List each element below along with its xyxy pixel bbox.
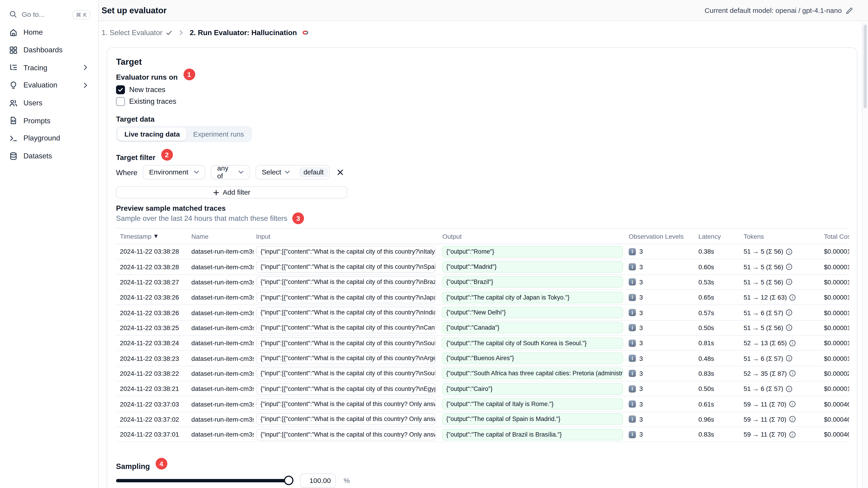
default-model-note[interactable]: Current default model: openai / gpt-4.1-… xyxy=(705,7,853,14)
vertical-scrollbar[interactable] xyxy=(862,22,868,488)
cell-output[interactable]: {"output":"The capital of Spain is Madri… xyxy=(442,413,623,425)
cell-output[interactable]: {"output":"Madrid"} xyxy=(442,261,623,273)
cell-tokens: 59 → 11 (Σ 70)i xyxy=(740,401,822,408)
cell-output[interactable]: {"output":"Cairo"} xyxy=(442,383,623,395)
info-icon: i xyxy=(786,264,792,270)
table-row[interactable]: 2024-11-22 03:38:28dataset-run-item-cm3s… xyxy=(116,244,849,259)
sidebar-item-prompts[interactable]: Prompts xyxy=(0,112,98,129)
info-icon: i xyxy=(789,401,795,407)
table-row[interactable]: 2024-11-22 03:38:27dataset-run-item-cm3s… xyxy=(116,275,849,290)
tab-live-tracing-data[interactable]: Live tracing data xyxy=(118,128,187,140)
cell-latency: 0.83s xyxy=(695,431,740,438)
tab-experiment-runs[interactable]: Experiment runs xyxy=(186,128,250,140)
remove-filter-icon[interactable] xyxy=(337,168,344,176)
table-row[interactable]: 2024-11-22 03:38:24dataset-run-item-cm3s… xyxy=(116,336,849,351)
column-observation-levels[interactable]: Observation Levels xyxy=(625,233,695,239)
edit-pencil-icon[interactable] xyxy=(846,7,853,14)
cell-input[interactable]: {"input":[{"content":"What is the capita… xyxy=(256,383,436,395)
playground-icon xyxy=(9,134,18,143)
column-tokens[interactable]: Tokens xyxy=(740,233,822,239)
cell-output[interactable]: {"output":"Canada"} xyxy=(442,322,623,334)
checked-checkbox[interactable] xyxy=(116,86,125,94)
sidebar-item-playground[interactable]: Playground xyxy=(0,129,98,147)
cell-input[interactable]: {"input":[{"content":"What is the capita… xyxy=(256,307,436,318)
add-filter-button[interactable]: Add filter xyxy=(116,186,347,198)
column-input[interactable]: Input xyxy=(254,233,440,239)
target-data-tabs: Live tracing dataExperiment runs xyxy=(116,126,252,142)
cell-output[interactable]: {"output":"New Delhi"} xyxy=(442,307,623,318)
cell-input[interactable]: {"input":[{"content":"What is the capita… xyxy=(256,353,436,364)
filter-value-select[interactable]: Select default xyxy=(255,165,330,180)
traces-table: Timestamp ▼ Name Input Output Observatio… xyxy=(116,228,849,443)
sampling-slider-thumb[interactable] xyxy=(284,476,293,485)
cell-input[interactable]: {"input":[{"content":"What is the capita… xyxy=(256,398,436,410)
sidebar-item-tracing[interactable]: Tracing xyxy=(0,59,98,76)
cell-input[interactable]: {"input":[{"content":"What is the capita… xyxy=(256,368,436,380)
table-row[interactable]: 2024-11-22 03:37:03dataset-run-item-cm3s… xyxy=(116,397,849,412)
breadcrumb-step2: 2. Run Evaluator: Hallucination xyxy=(190,28,310,37)
cell-output[interactable]: {"output":"The capital city of Japan is … xyxy=(442,292,623,303)
cell-latency: 0.61s xyxy=(695,401,740,408)
sidebar-item-datasets[interactable]: Datasets xyxy=(0,147,98,165)
cell-timestamp: 2024-11-22 03:38:26 xyxy=(116,309,188,316)
cell-output[interactable]: {"output":"Rome"} xyxy=(442,246,623,258)
evaluator-runs-on-row: Evaluator runs on 1 xyxy=(116,71,195,83)
target-filter-label: Target filter xyxy=(116,153,155,162)
cell-input[interactable]: {"input":[{"content":"What is the capita… xyxy=(256,276,436,288)
cell-input[interactable]: {"input":[{"content":"What is the capita… xyxy=(256,322,436,334)
cell-input[interactable]: {"input":[{"content":"What is the capita… xyxy=(256,429,436,441)
go-to-search[interactable]: Go to... ⌘ K xyxy=(5,8,94,21)
filter-value-placeholder: Select xyxy=(262,168,281,176)
column-latency[interactable]: Latency xyxy=(695,233,740,239)
cell-output[interactable]: {"output":"Buenos Aires"} xyxy=(442,353,623,364)
scrollbar-thumb[interactable] xyxy=(864,25,867,108)
table-row[interactable]: 2024-11-22 03:38:22dataset-run-item-cm3s… xyxy=(116,366,849,381)
token-usage: 51 → 6 (Σ 57) xyxy=(744,355,783,361)
cell-input[interactable]: {"input":[{"content":"What is the capita… xyxy=(256,246,436,258)
cell-total-cost: $0.000016 xyxy=(822,340,849,346)
cell-input[interactable]: {"input":[{"content":"What is the capita… xyxy=(256,292,436,303)
column-timestamp[interactable]: Timestamp ▼ xyxy=(116,233,188,239)
filter-operator-select[interactable]: any of xyxy=(211,165,250,180)
observation-level-icon: i xyxy=(629,400,636,408)
table-row[interactable]: 2024-11-22 03:38:26dataset-run-item-cm3s… xyxy=(116,305,849,320)
sampling-value-input[interactable] xyxy=(300,473,336,488)
column-name[interactable]: Name xyxy=(188,233,254,239)
table-row[interactable]: 2024-11-22 03:38:23dataset-run-item-cm3s… xyxy=(116,351,849,366)
checkbox-row-existing-traces[interactable]: Existing traces xyxy=(116,97,176,106)
chevron-right-icon xyxy=(82,64,89,71)
cell-output[interactable]: {"output":"The capital of Italy is Rome.… xyxy=(442,398,623,410)
token-usage: 52 → 35 (Σ 87) xyxy=(744,370,787,377)
cell-name: dataset-run-item-cm3s4 xyxy=(188,401,254,408)
table-row[interactable]: 2024-11-22 03:38:28dataset-run-item-cm3s… xyxy=(116,259,849,274)
cell-timestamp: 2024-11-22 03:38:23 xyxy=(116,355,188,361)
sidebar-item-evaluation[interactable]: Evaluation xyxy=(0,76,98,94)
sidebar-item-home[interactable]: Home xyxy=(0,24,98,41)
tracing-icon xyxy=(9,63,18,72)
cell-input[interactable]: {"input":[{"content":"What is the capita… xyxy=(256,413,436,425)
sampling-slider-track[interactable] xyxy=(116,479,289,483)
table-row[interactable]: 2024-11-22 03:37:01dataset-run-item-cm3s… xyxy=(116,427,849,442)
checkbox-row-new-traces[interactable]: New traces xyxy=(116,86,165,94)
sidebar-item-dashboards[interactable]: Dashboards xyxy=(0,41,98,59)
cell-input[interactable]: {"input":[{"content":"What is the capita… xyxy=(256,261,436,273)
table-row[interactable]: 2024-11-22 03:38:26dataset-run-item-cm3s… xyxy=(116,290,849,305)
table-row[interactable]: 2024-11-22 03:37:02dataset-run-item-cm3s… xyxy=(116,412,849,427)
filter-column-select[interactable]: Environment xyxy=(143,165,206,180)
cell-input[interactable]: {"input":[{"content":"What is the capita… xyxy=(256,337,436,349)
table-row[interactable]: 2024-11-22 03:38:25dataset-run-item-cm3s… xyxy=(116,320,849,335)
sidebar-nav: HomeDashboardsTracingEvaluationUsersProm… xyxy=(0,24,98,165)
sampling-label: Sampling xyxy=(116,462,150,470)
cell-output[interactable]: {"output":"Brazil"} xyxy=(442,276,623,288)
cell-output[interactable]: {"output":"The capital city of South Kor… xyxy=(442,337,623,349)
table-row[interactable]: 2024-11-22 03:38:21dataset-run-item-cm3s… xyxy=(116,382,849,397)
cell-latency: 0.53s xyxy=(695,279,740,285)
cell-output[interactable]: {"output":"South Africa has three capita… xyxy=(442,368,623,380)
sidebar-item-users[interactable]: Users xyxy=(0,94,98,112)
column-output[interactable]: Output xyxy=(440,233,625,239)
breadcrumb-step1[interactable]: 1. Select Evaluator xyxy=(101,29,173,37)
column-total-cost[interactable]: Total Cost xyxy=(822,233,849,239)
cell-output[interactable]: {"output":"The capital of Brazil is Bras… xyxy=(442,429,623,441)
unchecked-checkbox[interactable] xyxy=(116,97,125,106)
observation-count: 3 xyxy=(639,416,643,423)
